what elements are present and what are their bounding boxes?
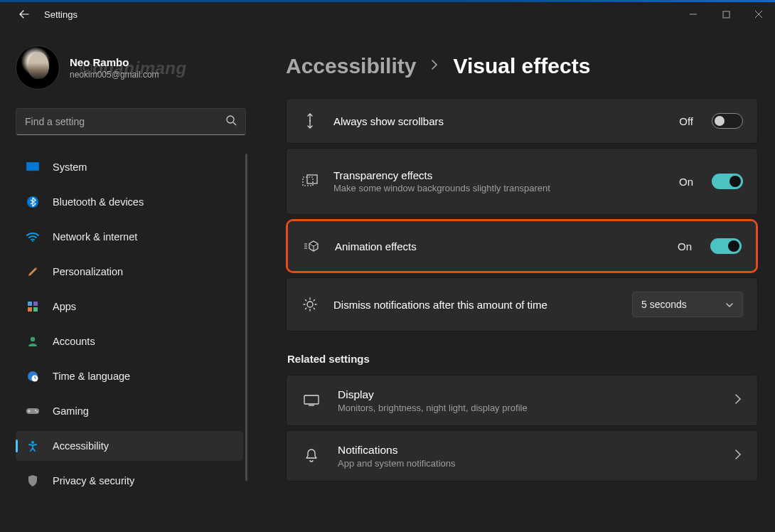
breadcrumb-parent[interactable]: Accessibility xyxy=(286,54,416,78)
nav-label: Apps xyxy=(53,301,76,312)
dismiss-time-dropdown[interactable]: 5 seconds xyxy=(632,292,743,317)
close-button[interactable] xyxy=(742,0,775,28)
breadcrumb: Accessibility Visual effects xyxy=(286,54,758,78)
main-content: Accessibility Visual effects Always show… xyxy=(256,28,775,532)
minimize-button[interactable] xyxy=(677,0,710,28)
related-display[interactable]: Display Monitors, brightness, night ligh… xyxy=(286,375,758,426)
app-title: Settings xyxy=(44,9,78,20)
sidebar-item-accessibility[interactable]: Accessibility xyxy=(16,431,243,461)
svg-point-5 xyxy=(32,240,33,242)
maximize-button[interactable] xyxy=(710,0,742,28)
apps-icon xyxy=(26,299,40,314)
toggle-state-label: Off xyxy=(679,115,693,127)
svg-rect-21 xyxy=(304,395,319,404)
related-settings-heading: Related settings xyxy=(287,353,758,365)
sidebar: Neo Rambo neokim005@gmail.com ©ouanimang… xyxy=(0,28,256,532)
dropdown-value: 5 seconds xyxy=(641,299,687,310)
toggle-state-label: On xyxy=(678,240,692,252)
profile-email: neokim005@gmail.com xyxy=(70,70,159,80)
arrow-left-icon xyxy=(18,9,30,20)
setting-title: Transparency effects xyxy=(333,169,665,181)
close-icon xyxy=(754,10,763,18)
nav-label: Accounts xyxy=(53,336,95,347)
sidebar-item-time[interactable]: Time & language xyxy=(16,361,243,391)
nav-label: Time & language xyxy=(53,371,130,382)
sidebar-item-system[interactable]: System xyxy=(16,152,243,182)
setting-always-show-scrollbars: Always show scrollbars Off xyxy=(286,98,758,144)
nav-label: Privacy & security xyxy=(53,475,134,486)
shield-icon xyxy=(26,474,40,488)
transparency-toggle[interactable] xyxy=(712,174,743,189)
animation-icon xyxy=(302,240,321,252)
sidebar-item-personalization[interactable]: Personalization xyxy=(16,257,243,287)
setting-animation-effects: Animation effects On xyxy=(288,221,756,271)
nav-label: Accessibility xyxy=(53,440,109,452)
chevron-right-icon xyxy=(734,393,742,408)
search-box[interactable] xyxy=(16,108,246,135)
wifi-icon xyxy=(26,230,40,244)
profile-name: Neo Rambo xyxy=(70,56,159,68)
nav-label: System xyxy=(53,161,87,173)
setting-title: Animation effects xyxy=(335,240,663,252)
search-input[interactable] xyxy=(25,116,225,127)
link-desc: App and system notifications xyxy=(338,458,717,469)
nav-label: Personalization xyxy=(53,266,123,277)
animation-toggle[interactable] xyxy=(710,238,742,254)
sidebar-item-apps[interactable]: Apps xyxy=(16,292,243,321)
svg-point-17 xyxy=(309,120,311,122)
svg-point-10 xyxy=(31,337,35,341)
setting-dismiss-notifications: Dismiss notifications after this amount … xyxy=(286,277,758,331)
sidebar-item-privacy[interactable]: Privacy & security xyxy=(16,466,243,496)
chevron-right-icon xyxy=(430,59,439,74)
svg-point-16 xyxy=(31,441,34,444)
svg-rect-7 xyxy=(33,302,38,306)
svg-point-1 xyxy=(227,116,234,123)
maximize-icon xyxy=(722,11,730,18)
link-title: Display xyxy=(338,388,717,401)
gamepad-icon xyxy=(26,404,40,418)
setting-desc: Make some window backgrounds slightly tr… xyxy=(333,183,589,193)
setting-title: Dismiss notifications after this amount … xyxy=(333,299,618,311)
chevron-down-icon xyxy=(725,299,734,310)
nav-label: Gaming xyxy=(53,405,89,417)
nav-scrollbar[interactable] xyxy=(245,154,247,481)
accessibility-icon xyxy=(26,439,40,453)
sidebar-item-accounts[interactable]: Accounts xyxy=(16,326,243,356)
minimize-icon xyxy=(689,10,698,18)
chevron-right-icon xyxy=(734,449,742,463)
sidebar-item-network[interactable]: Network & internet xyxy=(16,222,243,252)
search-icon xyxy=(225,115,237,129)
avatar xyxy=(16,46,60,90)
highlighted-setting: Animation effects On xyxy=(286,219,758,273)
bell-icon xyxy=(302,449,321,463)
related-notifications[interactable]: Notifications App and system notificatio… xyxy=(286,430,758,482)
link-desc: Monitors, brightness, night light, displ… xyxy=(338,403,717,413)
setting-title: Always show scrollbars xyxy=(333,115,665,127)
scrollbar-icon xyxy=(301,113,319,129)
svg-rect-6 xyxy=(28,302,32,306)
sidebar-item-gaming[interactable]: Gaming xyxy=(16,396,243,426)
back-button[interactable] xyxy=(14,9,34,20)
toggle-state-label: On xyxy=(679,176,693,188)
svg-rect-2 xyxy=(26,162,39,171)
svg-rect-19 xyxy=(307,175,317,183)
svg-rect-18 xyxy=(303,177,313,186)
svg-rect-9 xyxy=(33,307,38,312)
clock-globe-icon xyxy=(26,369,40,383)
profile-block[interactable]: Neo Rambo neokim005@gmail.com ©ouanimang xyxy=(16,43,246,92)
svg-point-20 xyxy=(307,302,313,307)
monitor-icon xyxy=(26,160,40,174)
transparency-icon xyxy=(301,174,319,188)
bluetooth-icon xyxy=(26,195,40,209)
brush-icon xyxy=(26,265,40,279)
scrollbars-toggle[interactable] xyxy=(712,113,743,129)
svg-rect-0 xyxy=(723,11,729,18)
display-icon xyxy=(302,395,321,406)
sidebar-item-bluetooth[interactable]: Bluetooth & devices xyxy=(16,187,243,217)
nav-list: System Bluetooth & devices Network & int… xyxy=(16,152,246,501)
svg-point-15 xyxy=(36,411,38,413)
person-icon xyxy=(26,334,40,349)
nav-label: Network & internet xyxy=(53,231,137,243)
svg-point-14 xyxy=(35,410,36,411)
setting-transparency-effects: Transparency effects Make some window ba… xyxy=(286,148,758,215)
